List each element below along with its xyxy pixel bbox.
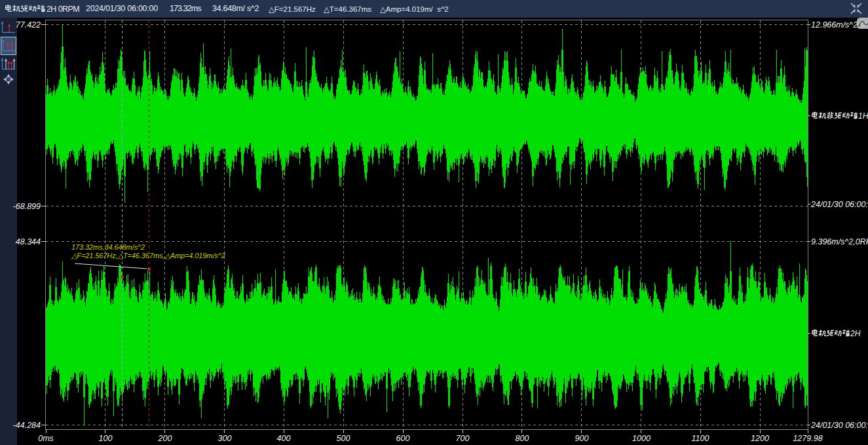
svg-text:△F=21.567Hz,△T=46.367ms,△Amp=4: △F=21.567Hz,△T=46.367ms,△Amp=4.019m/s^2 — [71, 252, 225, 260]
svg-text:1H: 1H — [858, 111, 868, 121]
svg-text:800: 800 — [516, 434, 529, 443]
svg-text:100: 100 — [99, 434, 113, 443]
svg-text:9.396m/s^2,0RPM: 9.396m/s^2,0RPM — [811, 237, 868, 246]
svg-text:1200: 1200 — [751, 434, 769, 443]
svg-text:400: 400 — [277, 434, 291, 443]
svg-text:900: 900 — [575, 434, 589, 443]
svg-text:2H: 2H — [850, 329, 861, 338]
svg-text:500: 500 — [337, 434, 350, 443]
svg-text:-68.899: -68.899 — [13, 202, 41, 211]
svg-text:77.422: 77.422 — [16, 20, 41, 29]
svg-text:0ms: 0ms — [38, 434, 54, 443]
svg-text:24/01/30 06:00:00: 24/01/30 06:00:00 — [810, 421, 868, 430]
svg-text:300: 300 — [218, 434, 232, 443]
svg-text:-44.284: -44.284 — [13, 421, 41, 430]
svg-text:48.344: 48.344 — [16, 237, 41, 246]
svg-text:1279.98: 1279.98 — [793, 434, 822, 443]
svg-text:700: 700 — [456, 434, 470, 443]
svg-text:600: 600 — [396, 434, 410, 443]
svg-text:1100: 1100 — [692, 434, 709, 443]
svg-text:1000: 1000 — [632, 434, 651, 443]
svg-text:200: 200 — [158, 434, 172, 443]
svg-text:24/01/30 06:00:00: 24/01/30 06:00:00 — [810, 200, 868, 209]
svg-text:173.32ms,34.648m/s^2: 173.32ms,34.648m/s^2 — [71, 243, 145, 251]
